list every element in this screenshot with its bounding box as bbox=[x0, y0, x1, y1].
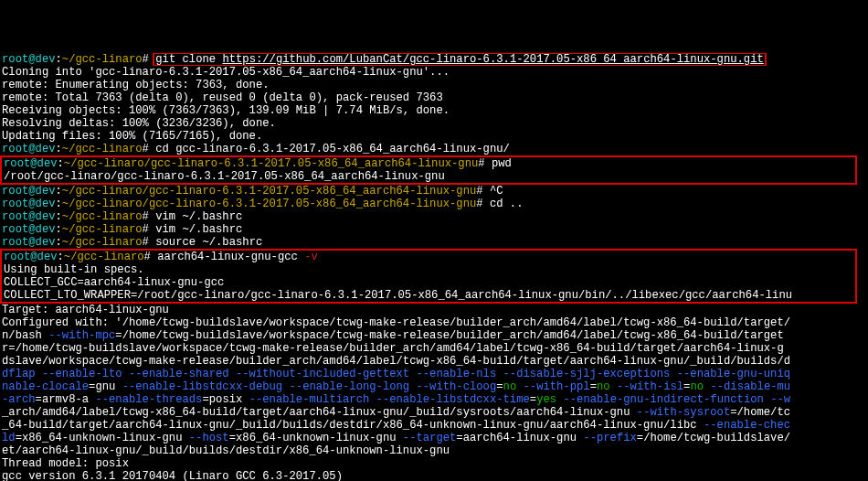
text-segment: ~/gcc-linaro bbox=[64, 251, 144, 263]
terminal-render: root@dev:~/gcc-linaro# git clone https:/… bbox=[2, 53, 866, 481]
text-segment: Cloning into 'gcc-linaro-6.3.1-2017.05-x… bbox=[2, 66, 450, 79]
terminal-line: root@dev:~/gcc-linaro# vim ~/.bashrc bbox=[2, 210, 866, 223]
terminal-line: Updating files: 100% (7165/7165), done. bbox=[2, 130, 866, 143]
terminal-line: COLLECT_GCC=aarch64-linux-gnu-gcc bbox=[4, 276, 855, 289]
text-segment: Receiving objects: 100% (7363/7363), 139… bbox=[2, 104, 450, 117]
text-segment: =posix bbox=[202, 393, 249, 406]
terminal-line: dslave/workspace/tcwg-make-release/build… bbox=[2, 355, 866, 368]
terminal-line: n/bash --with-mpc=/home/tcwg-buildslave/… bbox=[2, 329, 866, 342]
text-segment: COLLECT_GCC=aarch64-linux-gnu-gcc bbox=[4, 276, 224, 289]
text-segment: Using built-in specs. bbox=[4, 263, 144, 276]
text-segment: et/aarch64-linux-gnu/_build/builds/destd… bbox=[2, 444, 450, 457]
text-segment: # pwd bbox=[478, 157, 512, 170]
text-segment: : bbox=[56, 210, 62, 223]
text-segment: dslave/workspace/tcwg-make-release/build… bbox=[2, 355, 790, 368]
text-segment: Resolving deltas: 100% (3236/3236), done… bbox=[2, 117, 276, 130]
text-segment: ~/gcc-linaro/gcc-linaro-6.3.1-2017.05-x8… bbox=[64, 157, 478, 170]
text-segment: https://github.com/LubanCat/gcc-linaro-6… bbox=[222, 53, 763, 66]
text-segment: =/home/tcwg-buildslave/workspace/tcwg-ma… bbox=[115, 329, 783, 342]
text-segment: ~/gcc-linaro bbox=[62, 53, 143, 66]
terminal-line: remote: Total 7363 (delta 0), reused 0 (… bbox=[2, 91, 866, 104]
text-segment: --enable-threads bbox=[95, 393, 202, 406]
text-segment: Configured with: '/home/tcwg-buildslave/… bbox=[2, 316, 790, 329]
text-segment: root@dev bbox=[4, 251, 58, 263]
text-segment: root@dev bbox=[2, 210, 56, 223]
text-segment: ~/gcc-linaro bbox=[62, 236, 143, 249]
text-segment: root@dev bbox=[2, 143, 56, 155]
text-segment: # vim ~/.bashrc bbox=[143, 210, 243, 223]
text-segment: Target: aarch64-linux-gnu bbox=[2, 304, 169, 316]
text-segment: Thread model: posix bbox=[2, 457, 129, 470]
text-segment: ~/gcc-linaro bbox=[62, 143, 143, 155]
terminal-line: root@dev:~/gcc-linaro/gcc-linaro-6.3.1-2… bbox=[4, 157, 855, 170]
text-segment bbox=[610, 380, 617, 393]
terminal-line: _64-build/target/aarch64-linux-gnu/_buil… bbox=[2, 419, 866, 432]
text-segment: nable-clocale bbox=[2, 380, 89, 393]
text-segment: -arch bbox=[2, 393, 36, 406]
text-segment: : bbox=[56, 198, 62, 210]
text-segment: --disable-mu bbox=[710, 380, 790, 393]
text-segment: =x86_64-unknown-linux-gnu bbox=[229, 432, 403, 444]
highlight-box: root@dev:~/gcc-linaro# aarch64-linux-gnu… bbox=[0, 249, 857, 304]
text-segment: _64-build/target/aarch64-linux-gnu/_buil… bbox=[2, 419, 704, 432]
terminal-line: dflap --enable-lto --enable-shared --wit… bbox=[2, 368, 866, 380]
text-segment: =aarch64-linux-gnu bbox=[456, 432, 583, 444]
text-segment: ~/gcc-linaro/gcc-linaro-6.3.1-2017.05-x8… bbox=[62, 198, 476, 210]
text-segment: # source ~/.bashrc bbox=[143, 236, 263, 249]
terminal-line: /root/gcc-linaro/gcc-linaro-6.3.1-2017.0… bbox=[4, 170, 855, 183]
terminal-line: _arch/amd64/label/tcwg-x86_64-build/targ… bbox=[2, 406, 866, 419]
text-segment: git clone bbox=[155, 53, 222, 66]
text-segment: : bbox=[58, 251, 64, 263]
text-segment: COLLECT_LTO_WRAPPER=/root/gcc-linaro/gcc… bbox=[4, 289, 792, 302]
highlight-box: root@dev:~/gcc-linaro/gcc-linaro-6.3.1-2… bbox=[0, 155, 857, 185]
text-segment: : bbox=[56, 53, 62, 66]
text-segment: n/bash bbox=[2, 329, 48, 342]
terminal-line: root@dev:~/gcc-linaro# git clone https:/… bbox=[2, 53, 866, 66]
terminal-window[interactable]: { "lines": [ { "segments": [ { "text": "… bbox=[0, 0, 868, 481]
terminal-line: root@dev:~/gcc-linaro# cd gcc-linaro-6.3… bbox=[2, 143, 866, 155]
text-segment: /root/gcc-linaro/gcc-linaro-6.3.1-2017.0… bbox=[4, 170, 445, 183]
text-segment: no bbox=[690, 380, 704, 393]
text-segment: --with-sysroot bbox=[637, 406, 730, 419]
text-segment: root@dev bbox=[2, 236, 56, 249]
text-segment: : bbox=[58, 157, 64, 170]
terminal-line: root@dev:~/gcc-linaro/gcc-linaro-6.3.1-2… bbox=[2, 198, 866, 210]
terminal-line: root@dev:~/gcc-linaro/gcc-linaro-6.3.1-2… bbox=[2, 185, 866, 198]
text-segment: root@dev bbox=[2, 223, 56, 236]
text-segment: --with-isl bbox=[617, 380, 683, 393]
terminal-line: Thread model: posix bbox=[2, 457, 866, 470]
terminal-line: Target: aarch64-linux-gnu bbox=[2, 304, 866, 316]
terminal-line: gcc version 6.3.1 20170404 (Linaro GCC 6… bbox=[2, 470, 866, 481]
terminal-line: root@dev:~/gcc-linaro# source ~/.bashrc bbox=[2, 236, 866, 249]
text-segment: --with-ppl bbox=[524, 380, 590, 393]
text-segment: root@dev bbox=[4, 157, 58, 170]
text-segment: remote: Total 7363 (delta 0), reused 0 (… bbox=[2, 91, 443, 104]
terminal-line: root@dev:~/gcc-linaro# aarch64-linux-gnu… bbox=[4, 251, 855, 263]
terminal-line: et/aarch64-linux-gnu/_build/builds/destd… bbox=[2, 444, 866, 457]
text-segment: dflap bbox=[2, 368, 42, 380]
text-segment: --enable-chec bbox=[704, 419, 790, 432]
text-segment: ~/gcc-linaro bbox=[62, 210, 143, 223]
text-segment: =/home/tcwg-buildslave/ bbox=[637, 432, 790, 444]
text-segment: root@dev bbox=[2, 198, 56, 210]
text-segment: --enable-lto --enable-shared --without-i… bbox=[42, 368, 790, 380]
text-segment: --host bbox=[189, 432, 229, 444]
text-segment: # ^C bbox=[476, 185, 503, 198]
text-segment: _arch/amd64/label/tcwg-x86_64-build/targ… bbox=[2, 406, 637, 419]
text-segment: root@dev bbox=[2, 53, 56, 66]
text-segment: no bbox=[597, 380, 610, 393]
text-segment: --with-mpc bbox=[48, 329, 115, 342]
text-segment: root@dev bbox=[2, 185, 56, 198]
terminal-line: Using built-in specs. bbox=[4, 263, 855, 276]
highlight-box: git clone https://github.com/LubanCat/gc… bbox=[153, 53, 766, 66]
text-segment: # cd .. bbox=[476, 198, 523, 210]
text-segment: : bbox=[56, 223, 62, 236]
terminal-line: ld=x86_64-unknown-linux-gnu --host=x86_6… bbox=[2, 432, 866, 444]
text-segment: --prefix bbox=[583, 432, 637, 444]
text-segment: =/home/tc bbox=[730, 406, 790, 419]
text-segment: Updating files: 100% (7165/7165), done. bbox=[2, 130, 262, 143]
text-segment: =x86_64-unknown-linux-gnu bbox=[16, 432, 189, 444]
terminal-line: nable-clocale=gnu --enable-libstdcxx-deb… bbox=[2, 380, 866, 393]
terminal-line: Cloning into 'gcc-linaro-6.3.1-2017.05-x… bbox=[2, 66, 866, 79]
terminal-line: COLLECT_LTO_WRAPPER=/root/gcc-linaro/gcc… bbox=[4, 289, 855, 302]
